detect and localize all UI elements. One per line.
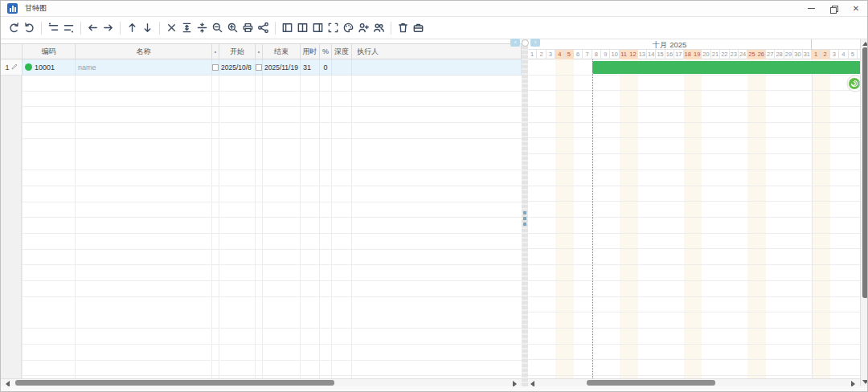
day-cell: 11 <box>620 50 628 59</box>
col-header-end[interactable]: 结束 <box>263 44 301 59</box>
code-cell[interactable]: 10001 <box>23 59 76 75</box>
day-cell: 26 <box>757 50 766 59</box>
day-cell: 4 <box>555 50 564 59</box>
row-number: 1 <box>5 63 9 71</box>
percent-cell[interactable]: 0 <box>320 59 332 75</box>
col-header-end-flag[interactable]: • <box>256 44 263 59</box>
scroll-right-icon[interactable] <box>513 381 517 386</box>
col-header-executor[interactable]: 执行人 <box>352 44 522 59</box>
day-cell: 6 <box>574 50 583 59</box>
undo-button[interactable] <box>6 19 22 37</box>
arrow-down-button[interactable] <box>140 19 155 37</box>
collapse-rows-icon <box>196 22 208 34</box>
grid-horizontal-scrollbar[interactable] <box>1 378 522 386</box>
day-cell: 27 <box>766 50 775 59</box>
task-status-dot-icon <box>25 63 32 71</box>
start-checkbox[interactable] <box>212 64 219 71</box>
depth-cell[interactable] <box>332 59 352 75</box>
promote-button[interactable] <box>46 19 61 37</box>
executor-cell[interactable] <box>352 59 522 75</box>
end-flag-cell[interactable] <box>256 59 263 75</box>
zoom-out-button[interactable] <box>210 19 225 37</box>
fit-view-button[interactable] <box>326 19 341 37</box>
scroll-up-icon[interactable] <box>862 42 868 46</box>
toolbar-separator <box>391 22 391 35</box>
name-cell[interactable]: name <box>76 59 212 75</box>
day-cell: 14 <box>647 50 656 59</box>
day-cell: 25 <box>747 50 756 59</box>
trash-icon <box>397 22 409 34</box>
collapse-rows-button[interactable] <box>194 19 210 37</box>
add-user-button[interactable] <box>356 19 371 37</box>
demote-icon <box>63 22 75 34</box>
arrow-up-button[interactable] <box>125 19 140 37</box>
window-bottom-edge <box>1 386 868 392</box>
day-cell: 29 <box>784 50 793 59</box>
vertical-scrollbar[interactable] <box>860 39 868 386</box>
col-header-name[interactable]: 名称 <box>76 44 212 59</box>
team-button[interactable] <box>371 19 387 37</box>
split-left-button[interactable] <box>280 19 295 37</box>
day-cell: 3 <box>830 50 839 59</box>
day-cell: 22 <box>720 50 729 59</box>
collapse-right-chevron-button[interactable]: › <box>530 39 540 47</box>
col-header-duration[interactable]: 用时 <box>301 44 320 59</box>
start-flag-cell[interactable] <box>212 59 219 75</box>
col-header-depth[interactable]: 深度 <box>332 44 352 59</box>
grid-hscroll-thumb[interactable] <box>15 380 334 386</box>
split-right-button[interactable] <box>310 19 326 37</box>
collapse-left-chevron-button[interactable]: ‹ <box>510 39 520 47</box>
start-date-cell[interactable]: 2025/10/8 <box>219 59 256 75</box>
col-header-rownum[interactable] <box>1 44 23 59</box>
print-button[interactable] <box>240 19 256 37</box>
grid-empty-rows <box>1 76 522 378</box>
demote-button[interactable] <box>61 19 76 37</box>
day-cell: 31 <box>803 50 812 59</box>
splitter-grip[interactable] <box>523 211 526 226</box>
fit-view-icon <box>327 22 339 34</box>
col-header-start-flag[interactable]: • <box>212 44 219 59</box>
month-label: 十月 2025 <box>528 39 812 50</box>
row-number-cell: 1 <box>1 59 23 75</box>
vscroll-thumb[interactable] <box>862 47 868 298</box>
end-date-cell[interactable]: 2025/11/19 <box>263 59 301 75</box>
restore-button[interactable] <box>822 1 845 16</box>
toolbox-button[interactable] <box>411 19 426 37</box>
redo-icon <box>23 22 35 34</box>
share-button[interactable] <box>256 19 271 37</box>
palette-button[interactable] <box>341 19 356 37</box>
scroll-right-icon[interactable] <box>851 381 855 386</box>
redo-button[interactable] <box>22 19 37 37</box>
month-label <box>812 39 860 50</box>
table-row[interactable]: 1 10001 name 2025/10/8 2025/11/19 31 0 <box>1 59 522 76</box>
grid-column-line <box>219 76 219 378</box>
grid-column-line <box>351 76 352 378</box>
arrow-right-button[interactable] <box>100 19 116 37</box>
col-header-start[interactable]: 开始 <box>219 44 256 59</box>
minimize-button[interactable] <box>800 1 822 16</box>
locate-icon <box>846 75 860 92</box>
scroll-left-icon[interactable] <box>6 381 10 386</box>
col-header-code[interactable]: 编码 <box>23 44 76 59</box>
split-columns-button[interactable] <box>295 19 310 37</box>
zoom-in-button[interactable] <box>225 19 240 37</box>
splitter-knob[interactable] <box>522 39 529 47</box>
expand-rows-button[interactable] <box>179 19 194 37</box>
team-icon <box>373 22 385 34</box>
arrow-left-button[interactable] <box>85 19 100 37</box>
end-checkbox[interactable] <box>256 64 262 71</box>
chart-hscroll-thumb[interactable] <box>587 380 715 386</box>
close-button[interactable]: ✕ <box>845 1 867 16</box>
trash-button[interactable] <box>395 19 411 37</box>
task-bar[interactable] <box>592 61 860 74</box>
locate-task-button[interactable] <box>846 75 860 92</box>
day-cell: 16 <box>665 50 674 59</box>
col-header-percent[interactable]: % <box>320 44 332 59</box>
delete-button[interactable] <box>164 19 179 37</box>
today-marker-line <box>592 59 593 378</box>
scroll-down-icon[interactable] <box>862 380 868 384</box>
scroll-left-icon[interactable] <box>530 381 534 386</box>
chart-horizontal-scrollbar[interactable] <box>528 378 860 386</box>
duration-cell[interactable]: 31 <box>301 59 320 75</box>
month-header-row: 十月 2025 <box>528 39 860 50</box>
